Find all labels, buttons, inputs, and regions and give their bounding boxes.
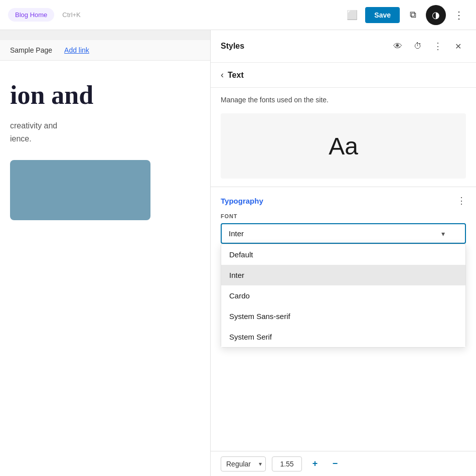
canvas-subtext-line1: creativity and [10,121,57,130]
select-arrow-icon: ▾ [441,230,445,238]
font-option-cardo-label: Cardo [229,291,250,300]
line-height-decrease-button[interactable]: − [328,457,342,471]
history-icon: ⏱ [414,42,422,51]
styles-panel: Styles 👁 ⏱ ⋮ ✕ ‹ Text Manage the fonts u… [210,30,476,476]
font-dropdown: Default Inter Cardo System Sans-serif Sy… [221,244,466,348]
plus-icon: + [312,458,318,469]
top-toolbar: Blog Home Ctrl+K ⬜ Save ⧉ ◑ ⋮ [0,0,476,30]
font-option-inter[interactable]: Inter [221,265,465,285]
dark-toggle-icon: ◑ [432,10,440,21]
font-option-inter-label: Inter [229,271,244,279]
font-option-system-serif[interactable]: System Serif [221,327,465,347]
canvas-nav-sample-page[interactable]: Sample Page [10,46,52,54]
device-preview-button[interactable]: ⬜ [343,6,361,24]
more-icon: ⋮ [454,10,464,21]
device-icon: ⬜ [347,10,358,21]
history-button[interactable]: ⏱ [410,38,426,54]
canvas-nav-add-link[interactable]: Add link [64,46,89,54]
line-height-input[interactable] [272,456,302,471]
panel-more-button[interactable]: ⋮ [430,38,446,54]
toolbar-left: Blog Home Ctrl+K [8,8,81,22]
font-select-wrapper: Inter ▾ Default Inter Cardo System Sans-… [221,223,466,244]
canvas-main: ion and creativity and ience. [0,61,210,240]
selected-font-label: Inter [229,229,244,238]
line-height-increase-button[interactable]: + [308,457,322,471]
font-option-cardo[interactable]: Cardo [221,285,465,306]
canvas-subtext: creativity and ience. [10,119,200,145]
panel-more-icon: ⋮ [433,41,442,52]
font-preview-sample: Aa [329,132,358,160]
close-panel-button[interactable]: ✕ [450,38,466,54]
toolbar-right: ⬜ Save ⧉ ◑ ⋮ [343,5,468,25]
bottom-bar: Regular ▾ + − [211,451,476,476]
typography-header: Typography ⋮ [221,195,466,206]
layout-button[interactable]: ⧉ [404,6,422,24]
canvas-blue-block [10,160,150,220]
style-select-wrapper: Regular ▾ [221,456,266,471]
canvas-nav: Sample Page Add link [0,40,210,61]
font-select-display[interactable]: Inter ▾ [221,223,466,244]
canvas-heading: ion and [10,81,200,109]
save-button[interactable]: Save [365,7,400,23]
back-button[interactable]: ‹ [221,70,224,80]
manage-fonts-text: Manage the fonts used on the site. [211,88,476,105]
canvas-subtext-line2: ience. [10,134,32,143]
font-option-system-sans-label: System Sans-serif [229,312,290,321]
font-preview-box: Aa [221,113,466,179]
canvas-area: Sample Page Add link ion and creativity … [0,30,210,476]
blog-home-label[interactable]: Blog Home [8,8,54,22]
font-label: FONT [221,213,466,219]
preview-button[interactable]: 👁 [390,38,406,54]
shortcut-label: Ctrl+K [62,11,80,19]
font-option-system-serif-label: System Serif [229,333,272,341]
styles-header-icons: 👁 ⏱ ⋮ ✕ [390,38,466,54]
typography-section: Typography ⋮ FONT Inter ▾ Default Inter [211,187,476,246]
back-nav: ‹ Text [211,63,476,88]
font-style-select[interactable]: Regular [221,456,266,471]
canvas-content: Sample Page Add link ion and creativity … [0,40,210,476]
font-option-default-label: Default [229,250,253,259]
close-icon: ✕ [455,42,461,51]
font-option-default[interactable]: Default [221,244,465,265]
font-option-system-sans[interactable]: System Sans-serif [221,306,465,327]
eye-icon: 👁 [393,41,402,52]
dark-mode-toggle-button[interactable]: ◑ [426,5,446,25]
back-title: Text [228,71,244,80]
typography-title: Typography [221,197,263,205]
typography-more-button[interactable]: ⋮ [457,195,466,206]
chevron-left-icon: ‹ [221,70,224,80]
typography-more-icon: ⋮ [457,196,466,206]
minus-icon: − [333,458,338,469]
styles-panel-title: Styles [221,42,244,51]
styles-header: Styles 👁 ⏱ ⋮ ✕ [211,30,476,63]
more-options-button[interactable]: ⋮ [450,7,468,23]
layout-icon: ⧉ [410,10,416,20]
